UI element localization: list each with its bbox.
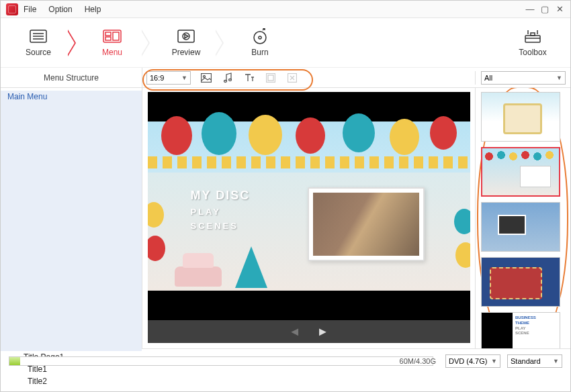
chevron-down-icon: ▼ <box>491 358 497 364</box>
minimize-button[interactable]: — <box>525 4 535 14</box>
template-thumbnail[interactable] <box>481 147 560 197</box>
disc-play-button[interactable]: PLAY <box>191 207 251 217</box>
disc-usage-bar <box>9 356 433 366</box>
disc-type-value: DVD (4.7G) <box>449 357 487 365</box>
aspect-ratio-value: 16:9 <box>150 74 164 82</box>
maximize-button[interactable]: ▢ <box>539 4 550 14</box>
tab-menu[interactable]: Menu <box>83 29 142 57</box>
svg-rect-15 <box>531 33 535 36</box>
menu-scene: MY DISC PLAY SCENES <box>148 121 470 291</box>
main-area: Main Menu -Title Page1 Title1 Title2 MY <box>1 88 570 348</box>
template-thumbnail[interactable]: BUSINESS THEME PLAY SCENE <box>481 312 560 348</box>
tool-icons <box>200 72 298 84</box>
tab-menu-label: Menu <box>102 48 122 57</box>
workflow-tabs: Source Menu Preview Burn Toolbox <box>1 18 570 68</box>
preview-pane: MY DISC PLAY SCENES ◄ ► <box>142 88 475 348</box>
balloon-decoration <box>454 209 470 234</box>
prev-page-button: ◄ <box>289 325 301 339</box>
template-thumbnail[interactable] <box>481 257 560 307</box>
svg-point-21 <box>229 79 232 81</box>
delete-button <box>286 72 298 84</box>
secondary-toolbar: Menu Structure 16:9 ▼ All ▼ <box>1 68 570 88</box>
svg-rect-8 <box>178 30 194 42</box>
menu-canvas[interactable]: MY DISC PLAY SCENES <box>148 92 470 320</box>
add-image-button[interactable] <box>200 72 212 84</box>
chevron-down-icon: ▼ <box>553 358 559 364</box>
template-list: BUSINESS THEME PLAY SCENE <box>475 88 570 348</box>
template-thumbnail[interactable] <box>481 202 560 252</box>
tab-toolbox[interactable]: Toolbox <box>503 29 562 57</box>
tab-toolbox-label: Toolbox <box>519 48 546 57</box>
template-filter-wrap: All ▼ <box>475 71 570 85</box>
main-menu: File Option Help <box>24 5 101 14</box>
add-music-button[interactable] <box>222 72 234 84</box>
menu-structure-tree: Main Menu -Title Page1 Title1 Title2 <box>1 88 142 348</box>
preview-icon <box>176 29 196 44</box>
tree-item-title2[interactable]: Title2 <box>1 375 142 387</box>
title-bar: File Option Help — ▢ ✕ <box>1 1 570 18</box>
svg-rect-23 <box>268 75 273 81</box>
svg-rect-6 <box>105 37 111 40</box>
page-nav: ◄ ► <box>148 320 470 343</box>
menu-file[interactable]: File <box>24 5 36 14</box>
svg-rect-18 <box>202 73 212 82</box>
svg-point-11 <box>254 32 266 44</box>
add-chapter-button <box>265 72 277 84</box>
video-thumbnail <box>313 193 419 256</box>
video-thumbnail-frame[interactable] <box>308 187 425 261</box>
balloon-decoration <box>161 116 192 155</box>
disc-scenes-button[interactable]: SCENES <box>191 221 251 231</box>
svg-rect-13 <box>525 36 540 42</box>
balloon-decoration <box>249 115 282 155</box>
balloon-decoration <box>455 242 470 268</box>
disc-title: MY DISC <box>191 189 251 203</box>
svg-rect-7 <box>113 32 119 40</box>
disc-usage-fill <box>9 357 20 365</box>
balloon-decoration <box>296 117 325 154</box>
disc-text-block[interactable]: MY DISC PLAY SCENES <box>191 189 251 231</box>
svg-point-19 <box>204 75 206 77</box>
toolbox-icon <box>523 29 543 44</box>
aspect-ratio-select[interactable]: 16:9 ▼ <box>146 71 191 85</box>
template-thumbnail[interactable] <box>481 92 560 142</box>
svg-point-12 <box>259 36 261 39</box>
svg-point-20 <box>224 80 227 82</box>
balloon-decoration <box>343 113 375 152</box>
menu-help[interactable]: Help <box>85 5 101 14</box>
quality-select[interactable]: Standard ▼ <box>507 354 562 368</box>
window-controls: — ▢ ✕ <box>525 4 565 14</box>
menu-icon <box>102 29 122 44</box>
tree-item-main-menu[interactable]: Main Menu <box>1 91 142 351</box>
canvas-toolbar: 16:9 ▼ <box>142 71 475 85</box>
template-filter-select[interactable]: All ▼ <box>481 71 566 85</box>
svg-rect-5 <box>105 32 111 36</box>
close-button[interactable]: ✕ <box>554 4 565 14</box>
tab-separator-icon <box>142 30 157 56</box>
tab-separator-icon <box>216 30 230 56</box>
chevron-down-icon: ▼ <box>556 75 562 81</box>
tab-preview-label: Preview <box>172 48 201 57</box>
next-page-button[interactable]: ► <box>317 325 329 339</box>
app-logo-icon <box>6 3 18 15</box>
menu-structure-header: Menu Structure <box>1 68 142 88</box>
source-icon <box>28 29 48 44</box>
chevron-down-icon: ▼ <box>181 75 187 81</box>
disc-usage-text: 60M/4.30G <box>397 357 439 365</box>
balloon-decoration <box>202 112 236 155</box>
disc-type-select[interactable]: DVD (4.7G) ▼ <box>445 354 500 368</box>
burn-icon <box>250 29 270 44</box>
tab-burn[interactable]: Burn <box>230 29 290 57</box>
menu-option[interactable]: Option <box>48 5 72 14</box>
balloon-decoration <box>148 202 164 228</box>
tab-burn-label: Burn <box>251 48 268 57</box>
balloon-decoration <box>148 236 165 261</box>
party-hat-decoration <box>235 246 267 288</box>
tab-source-label: Source <box>26 48 51 57</box>
add-text-button[interactable] <box>243 72 255 84</box>
template-filter-value: All <box>484 74 492 82</box>
tab-source[interactable]: Source <box>9 29 68 57</box>
tab-preview[interactable]: Preview <box>157 29 216 57</box>
cake-decoration <box>175 246 222 287</box>
svg-marker-10 <box>185 34 188 38</box>
quality-value: Standard <box>511 357 541 365</box>
